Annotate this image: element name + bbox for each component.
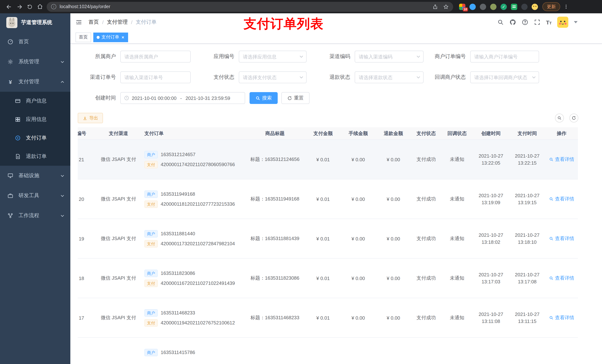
merchant-order-no: 1635311823086 xyxy=(161,270,195,276)
extension-icon-dark[interactable] xyxy=(521,3,527,10)
breadcrumb-current: 支付订单 xyxy=(136,19,157,26)
extension-icon-emoji[interactable] xyxy=(532,3,538,10)
export-button[interactable]: 导出 xyxy=(78,113,103,123)
extension-icon-chat[interactable] xyxy=(511,3,517,10)
app-logo[interactable]: 芋道管理系统 xyxy=(0,13,70,32)
back-icon[interactable] xyxy=(4,1,14,12)
view-detail-link[interactable]: 查看详情 xyxy=(549,235,574,242)
extension-icon-gray[interactable] xyxy=(480,3,486,10)
pay-status-select[interactable] xyxy=(239,71,307,83)
sidebar-item-home[interactable]: 首页 xyxy=(0,32,70,52)
bookmark-star-icon[interactable] xyxy=(443,4,449,10)
cell-title: 标题：1635311823086 xyxy=(244,275,305,281)
view-detail-link[interactable]: 查看详情 xyxy=(549,275,574,281)
navbar-actions: TT xyxy=(497,17,578,28)
tab-pay-order[interactable]: 支付订单 xyxy=(93,32,128,42)
top-navbar: 首页 / 支付管理 / 支付订单 支付订单列表 TT xyxy=(70,13,602,31)
app-select[interactable] xyxy=(239,51,307,62)
extension-icon-colorful[interactable]: 10 xyxy=(459,3,465,10)
notify-status-input[interactable] xyxy=(470,71,539,83)
col-notify: 回调状态 xyxy=(441,130,473,137)
view-detail-link[interactable]: 查看详情 xyxy=(549,314,574,321)
avatar-dropdown-icon[interactable] xyxy=(574,21,578,23)
sidebar-item-system[interactable]: 系统管理 xyxy=(0,52,70,72)
search-icon[interactable] xyxy=(497,19,504,26)
notify-status-select[interactable] xyxy=(470,71,539,83)
url-bar[interactable]: i localhost:1024/pay/order xyxy=(47,2,453,12)
chevron-down-icon xyxy=(60,60,64,64)
active-dot xyxy=(97,36,100,39)
cell-notify: 未通知 xyxy=(441,196,473,202)
cell-pay-time: 2021-10-27 13:11:15 xyxy=(509,311,545,325)
channel-order-no-input[interactable] xyxy=(120,71,191,83)
merchant-select[interactable] xyxy=(120,51,191,62)
sidebar-item-workflow[interactable]: 工作流程 xyxy=(0,206,70,226)
channel-code-input[interactable] xyxy=(355,51,424,62)
cell-action: 查看详情 xyxy=(545,235,578,242)
cell-channel: 微信 JSAPI 支付 xyxy=(96,196,141,202)
refund-status-select[interactable] xyxy=(355,71,424,83)
extension-icon-blue[interactable] xyxy=(469,3,476,10)
table-row: 20 微信 JSAPI 支付 商户 1635311949168 支付 42000… xyxy=(78,179,578,219)
fullscreen-icon[interactable] xyxy=(534,19,540,26)
sidebar-item-dev-tools[interactable]: 研发工具 xyxy=(0,186,70,206)
tab-home[interactable]: 首页 xyxy=(75,32,91,42)
breadcrumb-pay-mgmt[interactable]: 支付管理 xyxy=(107,19,128,26)
filter-label-notify-status: 回调商户状态 xyxy=(424,74,470,81)
merchant-order-no-input[interactable] xyxy=(470,51,539,62)
home-icon[interactable] xyxy=(35,1,45,12)
merchant-tag: 商户 xyxy=(144,349,158,356)
hamburger-icon[interactable] xyxy=(75,19,82,26)
extension-icon-olive[interactable] xyxy=(490,3,496,10)
sidebar-item-merchant-info[interactable]: 商户信息 xyxy=(0,92,70,110)
channel-code-select[interactable] xyxy=(355,51,424,62)
chrome-update-button[interactable]: 更新 xyxy=(542,2,560,11)
merchant-tag: 商户 xyxy=(144,190,158,198)
user-avatar[interactable] xyxy=(557,17,568,28)
sidebar-item-payment[interactable]: ¥ 支付管理 xyxy=(0,72,70,92)
close-icon[interactable] xyxy=(121,35,125,39)
filter-label-merchant: 所属商户 xyxy=(78,53,120,60)
sidebar-item-pay-order[interactable]: 支付订单 xyxy=(0,129,70,147)
extension-icon-check[interactable]: ✓ xyxy=(501,3,507,10)
help-icon[interactable] xyxy=(521,19,528,26)
view-detail-link[interactable]: 查看详情 xyxy=(549,156,574,163)
pay-status-input[interactable] xyxy=(239,71,307,83)
channel-order-no-field[interactable] xyxy=(120,71,191,83)
date-start: 2021-10-01 00:00:00 xyxy=(132,95,176,101)
forward-icon[interactable] xyxy=(14,1,24,12)
sidebar-item-refund-order[interactable]: 退款订单 xyxy=(0,147,70,166)
cell-status: 支付成功 xyxy=(411,156,441,163)
merchant-order-no-field[interactable] xyxy=(470,51,539,62)
cell-fee: ¥ 0.00 xyxy=(341,275,376,281)
cell-channel: 微信 JSAPI 支付 xyxy=(96,235,141,242)
sidebar-item-app-info[interactable]: 应用信息 xyxy=(0,110,70,129)
sidebar: 芋道管理系统 首页 系统管理 ¥ 支付管理 商户信息 xyxy=(0,13,70,364)
col-channel: 支付渠道 xyxy=(96,130,141,137)
reset-button[interactable]: 重置 xyxy=(281,92,310,104)
date-range-picker[interactable]: 2021-10-01 00:00:00 - 2021-10-31 23:59:5… xyxy=(120,92,245,104)
cell-notify: 未通知 xyxy=(441,314,473,321)
col-action: 操作 xyxy=(545,130,578,137)
github-icon[interactable] xyxy=(509,19,516,26)
cell-channel: 微信 JSAPI 支付 xyxy=(96,314,141,321)
sidebar-item-infrastructure[interactable]: 基础设施 xyxy=(0,166,70,186)
toggle-search-icon[interactable] xyxy=(555,114,564,123)
reset-button-label: 重置 xyxy=(294,95,304,101)
font-size-icon[interactable]: TT xyxy=(546,19,552,25)
refund-status-input[interactable] xyxy=(355,71,424,83)
channel-order-no: 4200001167202110271022491439 xyxy=(161,281,235,286)
search-button[interactable]: 搜索 xyxy=(249,92,278,104)
cell-order: 商户 1635311881440 支付 42000011732021102728… xyxy=(141,227,244,250)
view-detail-link[interactable]: 查看详情 xyxy=(549,196,574,202)
reload-icon[interactable] xyxy=(24,1,35,12)
url-text: localhost:1024/pay/order xyxy=(60,4,110,9)
cell-fee: ¥ 0.00 xyxy=(341,315,376,321)
merchant-input[interactable] xyxy=(120,51,191,62)
site-info-icon[interactable]: i xyxy=(51,4,56,9)
breadcrumb-home[interactable]: 首页 xyxy=(88,19,99,26)
app-select-input[interactable] xyxy=(239,51,307,62)
share-icon[interactable] xyxy=(432,4,438,10)
refresh-icon[interactable] xyxy=(570,114,578,123)
chrome-menu-icon[interactable] xyxy=(563,4,569,9)
